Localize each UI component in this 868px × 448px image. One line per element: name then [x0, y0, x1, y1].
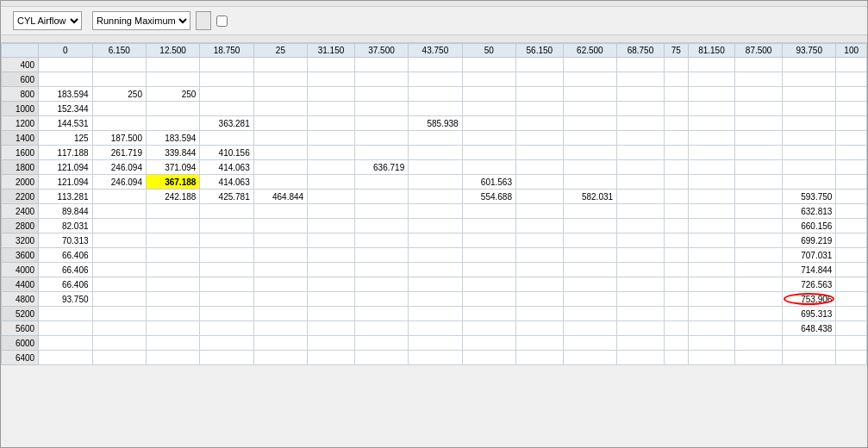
table-row: 480093.750753.906 — [2, 292, 867, 307]
cell-17-4 — [253, 307, 307, 321]
col-header-6: 37.500 — [354, 44, 408, 58]
cell-12-16 — [836, 233, 867, 248]
row-label-18: 5600 — [2, 321, 39, 336]
cell-1-14 — [735, 72, 783, 87]
cell-15-0: 66.406 — [39, 277, 92, 292]
cell-3-12 — [664, 102, 688, 116]
cell-13-16 — [836, 248, 867, 263]
cell-0-4 — [253, 58, 307, 72]
cell-8-7 — [409, 175, 462, 190]
row-header-col — [2, 44, 39, 58]
cell-0-12 — [664, 58, 688, 72]
cell-8-14 — [735, 175, 783, 190]
cell-0-9 — [516, 58, 564, 72]
view-select[interactable]: Running Maximum — [92, 11, 190, 30]
cell-8-0: 121.094 — [39, 175, 92, 190]
cell-16-7 — [409, 292, 462, 307]
cell-0-1 — [92, 58, 146, 72]
cell-0-15 — [783, 58, 836, 72]
cell-0-11 — [617, 58, 665, 72]
cell-16-15: 753.906 — [783, 292, 836, 307]
cell-13-13 — [688, 248, 735, 263]
cell-14-10 — [563, 263, 616, 277]
cell-12-13 — [688, 233, 735, 248]
row-label-4: 1200 — [2, 116, 39, 131]
cell-10-16 — [836, 204, 867, 219]
cell-15-7 — [409, 277, 462, 292]
cell-4-15 — [783, 116, 836, 131]
cell-4-13 — [688, 116, 735, 131]
cell-18-13 — [688, 321, 735, 336]
cell-5-10 — [563, 131, 616, 146]
cell-3-8 — [462, 102, 515, 116]
cell-11-1 — [92, 219, 146, 233]
cell-10-10 — [563, 204, 616, 219]
cell-16-0: 93.750 — [39, 292, 92, 307]
col-header-11: 68.750 — [617, 44, 665, 58]
cell-14-13 — [688, 263, 735, 277]
cell-4-6 — [354, 116, 408, 131]
cell-14-6 — [354, 263, 408, 277]
history-table-select[interactable]: CYL Airflow — [13, 11, 82, 30]
cell-10-2 — [146, 204, 199, 219]
cell-20-6 — [354, 351, 408, 365]
cell-7-10 — [563, 160, 616, 175]
cell-17-13 — [688, 307, 735, 321]
cell-5-1: 187.500 — [92, 131, 146, 146]
cell-13-7 — [409, 248, 462, 263]
cell-13-14 — [735, 248, 783, 263]
cell-7-6: 636.719 — [354, 160, 408, 175]
cell-12-8 — [462, 233, 515, 248]
table-row: 5200695.313 — [2, 307, 867, 321]
cell-3-0: 152.344 — [39, 102, 92, 116]
cell-19-8 — [462, 336, 515, 351]
col-header-12: 75 — [664, 44, 688, 58]
toolbar: CYL Airflow Running Maximum — [1, 7, 867, 35]
cell-15-10 — [563, 277, 616, 292]
cell-8-15 — [783, 175, 836, 190]
cell-4-0: 144.531 — [39, 116, 92, 131]
clear-button[interactable] — [196, 11, 211, 30]
cell-19-1 — [92, 336, 146, 351]
cell-5-11 — [617, 131, 665, 146]
cell-8-4 — [253, 175, 307, 190]
cell-13-6 — [354, 248, 408, 263]
cell-10-3 — [200, 204, 253, 219]
cell-15-15: 726.563 — [783, 277, 836, 292]
graph-checkbox[interactable] — [216, 16, 228, 27]
cell-14-0: 66.406 — [39, 263, 92, 277]
cell-0-14 — [735, 58, 783, 72]
cell-17-10 — [563, 307, 616, 321]
cell-20-2 — [146, 351, 199, 365]
cell-15-14 — [735, 277, 783, 292]
cell-11-6 — [354, 219, 408, 233]
row-label-9: 2200 — [2, 190, 39, 204]
cell-6-15 — [783, 146, 836, 160]
cell-5-15 — [783, 131, 836, 146]
cell-5-3 — [200, 131, 253, 146]
cell-3-3 — [200, 102, 253, 116]
cell-11-0: 82.031 — [39, 219, 92, 233]
cell-18-15: 648.438 — [783, 321, 836, 336]
cell-1-16 — [836, 72, 867, 87]
cell-17-9 — [516, 307, 564, 321]
cell-18-0 — [39, 321, 92, 336]
row-label-6: 1600 — [2, 146, 39, 160]
cell-16-11 — [617, 292, 665, 307]
col-header-9: 56.150 — [516, 44, 564, 58]
cell-19-10 — [563, 336, 616, 351]
cell-16-14 — [735, 292, 783, 307]
cell-11-11 — [617, 219, 665, 233]
cell-15-4 — [253, 277, 307, 292]
table-row: 280082.031660.156 — [2, 219, 867, 233]
cell-17-8 — [462, 307, 515, 321]
cell-12-0: 70.313 — [39, 233, 92, 248]
cell-18-10 — [563, 321, 616, 336]
cell-17-16 — [836, 307, 867, 321]
row-label-3: 1000 — [2, 102, 39, 116]
cell-5-8 — [462, 131, 515, 146]
main-window: CYL Airflow Running Maximum 06.15012.500… — [0, 0, 868, 448]
cell-10-7 — [409, 204, 462, 219]
cell-11-8 — [462, 219, 515, 233]
cell-10-9 — [516, 204, 564, 219]
